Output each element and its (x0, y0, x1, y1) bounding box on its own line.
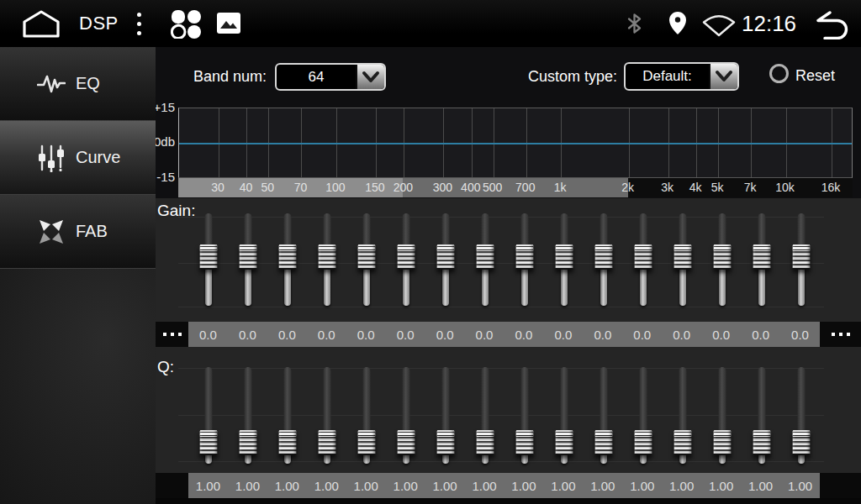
slider-track-upper[interactable] (481, 213, 489, 249)
chevron-down-icon[interactable] (356, 65, 384, 89)
slider-track-lower[interactable] (758, 265, 765, 306)
slider-thumb[interactable] (318, 244, 335, 270)
slider-track-upper[interactable] (204, 367, 212, 434)
slider-track-upper[interactable] (679, 213, 686, 249)
q-slider[interactable] (465, 367, 504, 464)
q-slider[interactable] (386, 367, 425, 464)
sidebar-item-curve[interactable]: Curve (0, 121, 156, 195)
gain-slider[interactable] (702, 213, 742, 306)
band-num-dropdown[interactable]: 64 (275, 63, 386, 91)
back-icon[interactable] (807, 9, 849, 39)
slider-thumb[interactable] (199, 244, 217, 270)
slider-thumb[interactable] (594, 430, 612, 455)
reset-label[interactable]: Reset (795, 67, 835, 85)
slider-track-upper[interactable] (520, 213, 528, 249)
slider-track-upper[interactable] (679, 367, 686, 434)
slider-track-upper[interactable] (362, 367, 370, 434)
slider-track-upper[interactable] (283, 213, 291, 249)
slider-thumb[interactable] (792, 430, 810, 455)
slider-thumb[interactable] (515, 430, 533, 455)
gain-slider[interactable] (623, 213, 663, 306)
slider-thumb[interactable] (753, 430, 770, 455)
slider-track-upper[interactable] (204, 213, 212, 249)
slider-track-upper[interactable] (718, 367, 726, 434)
slider-track-upper[interactable] (244, 367, 251, 434)
slider-track-upper[interactable] (560, 213, 568, 249)
chevron-down-icon[interactable] (709, 64, 737, 89)
slider-track-lower[interactable] (719, 265, 726, 306)
gain-slider[interactable] (504, 213, 544, 306)
slider-track-lower[interactable] (600, 265, 607, 306)
slider-track-upper[interactable] (283, 367, 291, 434)
q-slider[interactable] (228, 367, 267, 464)
slider-track-upper[interactable] (758, 213, 765, 249)
slider-track-lower[interactable] (798, 265, 805, 306)
slider-track-lower[interactable] (363, 265, 370, 306)
q-slider[interactable] (346, 367, 386, 464)
slider-track-upper[interactable] (718, 213, 726, 249)
q-slider[interactable] (623, 367, 663, 464)
slider-track-upper[interactable] (402, 367, 409, 434)
slider-thumb[interactable] (357, 244, 375, 270)
custom-type-dropdown[interactable]: Default: (624, 62, 739, 91)
more-bands-right-button[interactable] (820, 322, 861, 347)
slider-thumb[interactable] (278, 244, 296, 270)
slider-thumb[interactable] (634, 244, 652, 270)
slider-track-upper[interactable] (600, 367, 607, 434)
slider-thumb[interactable] (239, 430, 256, 455)
gain-slider[interactable] (228, 213, 267, 306)
slider-thumb[interactable] (436, 244, 454, 270)
slider-track-upper[interactable] (441, 367, 449, 434)
slider-track-lower[interactable] (245, 265, 251, 306)
overflow-menu-icon[interactable] (133, 0, 145, 47)
q-slider[interactable] (504, 367, 544, 464)
slider-track-upper[interactable] (520, 367, 528, 434)
slider-track-upper[interactable] (323, 367, 330, 434)
slider-thumb[interactable] (673, 244, 691, 270)
q-slider[interactable] (781, 367, 821, 464)
slider-track-lower[interactable] (561, 265, 568, 306)
gain-slider[interactable] (307, 213, 346, 306)
q-slider[interactable] (425, 367, 465, 464)
gain-slider[interactable] (267, 213, 307, 306)
sidebar-item-fab[interactable]: FAB (0, 195, 156, 269)
sidebar-item-eq[interactable]: EQ (0, 47, 156, 121)
slider-thumb[interactable] (555, 430, 573, 455)
slider-track-lower[interactable] (521, 265, 528, 306)
home-icon[interactable] (20, 9, 62, 38)
gain-slider[interactable] (781, 213, 821, 306)
slider-track-upper[interactable] (639, 367, 647, 434)
q-slider[interactable] (188, 367, 228, 464)
q-slider[interactable] (702, 367, 742, 464)
slider-track-lower[interactable] (403, 265, 409, 306)
gain-slider[interactable] (742, 213, 781, 306)
slider-track-upper[interactable] (600, 213, 607, 249)
slider-track-upper[interactable] (323, 213, 330, 249)
gain-slider[interactable] (386, 213, 425, 306)
gain-slider[interactable] (465, 213, 504, 306)
reset-radio-icon[interactable] (769, 64, 789, 83)
slider-thumb[interactable] (555, 244, 573, 270)
q-slider[interactable] (742, 367, 781, 464)
slider-thumb[interactable] (634, 430, 652, 455)
slider-track-lower[interactable] (324, 265, 330, 306)
slider-thumb[interactable] (476, 430, 494, 455)
slider-track-upper[interactable] (797, 367, 805, 434)
q-slider[interactable] (584, 367, 623, 464)
gain-slider[interactable] (544, 213, 584, 306)
slider-thumb[interactable] (753, 244, 770, 270)
slider-thumb[interactable] (476, 244, 494, 270)
gallery-icon[interactable] (217, 13, 240, 34)
q-slider[interactable] (307, 367, 346, 464)
slider-track-upper[interactable] (362, 213, 370, 249)
gain-slider[interactable] (346, 213, 386, 306)
gain-slider[interactable] (584, 213, 623, 306)
slider-thumb[interactable] (673, 430, 691, 455)
slider-track-upper[interactable] (481, 367, 489, 434)
slider-thumb[interactable] (515, 244, 533, 270)
slider-thumb[interactable] (357, 430, 375, 455)
slider-thumb[interactable] (318, 430, 335, 455)
q-slider[interactable] (663, 367, 702, 464)
slider-track-upper[interactable] (402, 213, 409, 249)
gain-slider[interactable] (188, 213, 228, 306)
